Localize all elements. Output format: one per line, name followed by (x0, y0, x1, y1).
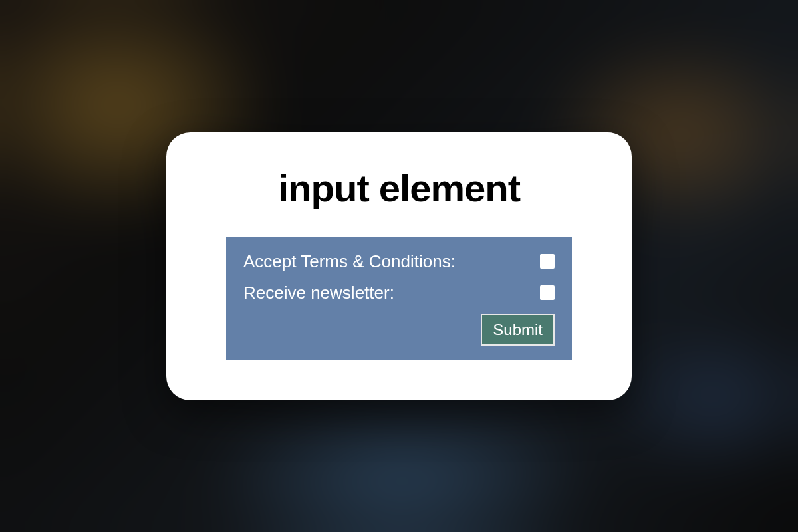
terms-label: Accept Terms & Conditions: (243, 251, 456, 272)
submit-button[interactable]: Submit (481, 314, 555, 346)
newsletter-label: Receive newsletter: (243, 283, 394, 303)
form-panel: Accept Terms & Conditions: Receive newsl… (226, 237, 572, 360)
page-title: input element (206, 166, 592, 210)
newsletter-checkbox[interactable] (540, 285, 555, 300)
example-card: input element Accept Terms & Conditions:… (166, 132, 632, 400)
terms-row: Accept Terms & Conditions: (243, 251, 555, 272)
terms-checkbox[interactable] (540, 254, 555, 269)
newsletter-row: Receive newsletter: (243, 283, 555, 303)
button-row: Submit (243, 314, 555, 346)
